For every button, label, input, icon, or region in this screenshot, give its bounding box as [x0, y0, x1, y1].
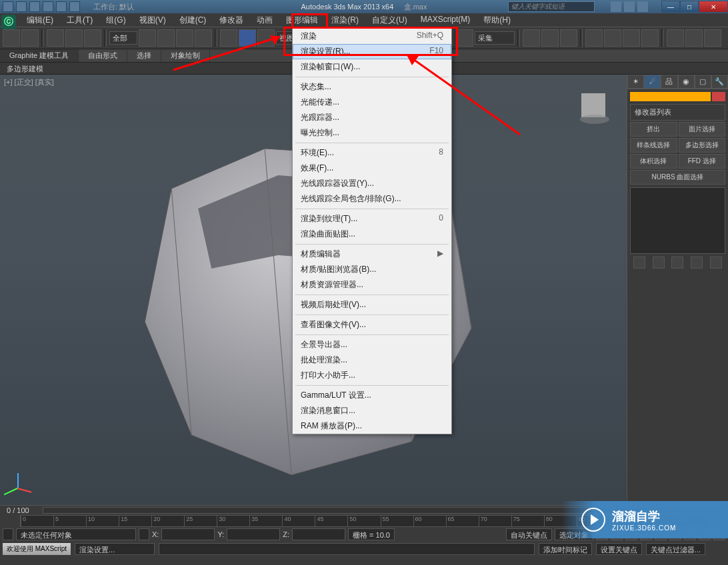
- info-icon[interactable]: [611, 1, 621, 12]
- curve-editor-icon[interactable]: [604, 29, 621, 47]
- select-name-icon[interactable]: [157, 29, 175, 47]
- move-icon[interactable]: [220, 29, 237, 47]
- render-icon[interactable]: [704, 29, 721, 47]
- material-editor-icon[interactable]: [641, 29, 659, 47]
- redo-icon[interactable]: [21, 29, 39, 47]
- close-button[interactable]: ✕: [699, 1, 728, 13]
- menu-rendering[interactable]: 渲染(R): [325, 13, 365, 27]
- menu-item[interactable]: 渲染Shift+Q: [293, 29, 451, 44]
- scale-icon[interactable]: [257, 29, 275, 47]
- btn-volume-select[interactable]: 体积选择: [630, 154, 677, 169]
- make-unique-icon[interactable]: [671, 257, 683, 269]
- qat-redo-icon[interactable]: [56, 1, 67, 12]
- viewport-label[interactable]: [+] [正交] [真实]: [4, 77, 54, 87]
- z-coord-input[interactable]: [292, 528, 345, 540]
- menu-maxscript[interactable]: MAXScript(M): [414, 13, 477, 27]
- menu-item[interactable]: 材质资源管理器...: [293, 277, 451, 292]
- auto-key-button[interactable]: 自动关键点: [506, 528, 552, 540]
- menu-item[interactable]: 曝光控制...: [293, 125, 451, 141]
- menu-item[interactable]: 渲染消息窗口...: [293, 403, 451, 418]
- menu-item[interactable]: 环境(E)...8: [293, 145, 451, 161]
- menu-edit[interactable]: 编辑(E): [20, 13, 60, 27]
- motion-tab-icon[interactable]: ◉: [678, 75, 695, 89]
- add-time-tag[interactable]: 添加时间标记: [539, 543, 592, 555]
- view-cube[interactable]: [573, 88, 613, 128]
- btn-face-select[interactable]: 面片选择: [679, 122, 726, 137]
- lock-icon[interactable]: [3, 528, 13, 540]
- remove-mod-icon[interactable]: [691, 257, 703, 269]
- bind-icon[interactable]: [84, 29, 101, 47]
- schematic-icon[interactable]: [623, 29, 640, 47]
- modify-tab-icon[interactable]: ☄: [644, 75, 661, 89]
- menu-item[interactable]: 效果(F)...: [293, 161, 451, 176]
- modifier-list-dropdown[interactable]: 修改器列表: [630, 104, 725, 121]
- maximize-button[interactable]: □: [680, 1, 699, 13]
- render-frame-icon[interactable]: [685, 29, 703, 47]
- selection-filter[interactable]: 全部: [109, 31, 137, 45]
- btn-extrude[interactable]: 挤出: [630, 122, 677, 137]
- undo-icon[interactable]: [3, 29, 20, 47]
- menu-item[interactable]: 全景导出器...: [293, 337, 451, 352]
- layer-icon[interactable]: [560, 29, 577, 47]
- window-crossing-icon[interactable]: [195, 29, 212, 47]
- qat-new-icon[interactable]: [3, 1, 13, 12]
- menu-item[interactable]: 打印大小助手...: [293, 368, 451, 383]
- name-color-swatch[interactable]: [630, 92, 711, 101]
- ribbon-tab-freeform[interactable]: 自由形式: [79, 49, 127, 62]
- mirror-icon[interactable]: [523, 29, 540, 47]
- select-icon[interactable]: [139, 29, 156, 47]
- help-icon[interactable]: [637, 1, 648, 12]
- menu-item[interactable]: 光线跟踪全局包含/排除(G)...: [293, 191, 451, 207]
- create-tab-icon[interactable]: ✶: [627, 75, 644, 89]
- menu-item[interactable]: RAM 播放器(P)...: [293, 418, 451, 434]
- link-icon[interactable]: [47, 29, 64, 47]
- key-filters-button[interactable]: 关键点过滤器...: [646, 543, 705, 555]
- menu-help[interactable]: 帮助(H): [477, 13, 517, 27]
- menu-item[interactable]: 渲染帧窗口(W)...: [293, 59, 451, 75]
- help-search-input[interactable]: 键入关键字或短语: [508, 1, 595, 12]
- align-icon[interactable]: [541, 29, 559, 47]
- menu-tools[interactable]: 工具(T): [60, 13, 99, 27]
- menu-item[interactable]: 渲染到纹理(T)...0: [293, 211, 451, 227]
- qat-link-icon[interactable]: [69, 1, 80, 12]
- utilities-tab-icon[interactable]: 🔧: [711, 75, 728, 89]
- rotate-icon[interactable]: [239, 29, 256, 47]
- set-key-button[interactable]: 设置关键点: [596, 543, 642, 555]
- configure-icon[interactable]: [710, 257, 722, 269]
- btn-spline-select[interactable]: 样条线选择: [630, 138, 677, 153]
- menu-item[interactable]: Gamma/LUT 设置...: [293, 388, 451, 403]
- menu-item[interactable]: 光能传递...: [293, 95, 451, 110]
- y-coord-input[interactable]: [227, 528, 280, 540]
- star-icon[interactable]: [624, 1, 635, 12]
- workspace-label[interactable]: 工作台: 默认: [93, 2, 134, 12]
- maxscript-listener[interactable]: [159, 543, 535, 555]
- hierarchy-tab-icon[interactable]: 品: [661, 75, 677, 89]
- qat-save-icon[interactable]: [29, 1, 40, 12]
- menu-item[interactable]: 状态集...: [293, 79, 451, 95]
- menu-item[interactable]: 材质/贴图浏览器(B)...: [293, 262, 451, 277]
- menu-item[interactable]: 光跟踪器...: [293, 110, 451, 125]
- object-color-swatch[interactable]: [712, 92, 725, 101]
- pin-stack-icon[interactable]: [633, 257, 645, 269]
- display-tab-icon[interactable]: ▢: [695, 75, 711, 89]
- menu-views[interactable]: 视图(V): [133, 13, 173, 27]
- menu-item[interactable]: 视频后期处理(V)...: [293, 297, 451, 312]
- menu-graph-editors[interactable]: 图形编辑: [279, 13, 325, 27]
- menu-item[interactable]: 查看图像文件(V)...: [293, 317, 451, 332]
- app-menu-icon[interactable]: ⓒ: [1, 15, 16, 29]
- menu-item[interactable]: 批处理渲染...: [293, 352, 451, 368]
- named-selection-set[interactable]: 采集: [475, 31, 515, 45]
- unlink-icon[interactable]: [65, 29, 83, 47]
- menu-customize[interactable]: 自定义(U): [365, 13, 414, 27]
- named-selection-icon[interactable]: [456, 29, 473, 47]
- select-region-icon[interactable]: [176, 29, 193, 47]
- menu-group[interactable]: 组(G): [99, 13, 132, 27]
- menu-item[interactable]: 渲染设置(R)...F10: [293, 44, 451, 59]
- btn-nurbs-select[interactable]: NURBS 曲面选择: [630, 170, 725, 185]
- menu-item[interactable]: 渲染曲面贴图...: [293, 227, 451, 242]
- menu-item[interactable]: 光线跟踪器设置(Y)...: [293, 176, 451, 191]
- btn-poly-select[interactable]: 多边形选择: [679, 138, 726, 153]
- modifier-stack[interactable]: [630, 187, 725, 254]
- ribbon-toggle-icon[interactable]: [585, 29, 603, 47]
- menu-item[interactable]: 材质编辑器▶: [293, 247, 451, 262]
